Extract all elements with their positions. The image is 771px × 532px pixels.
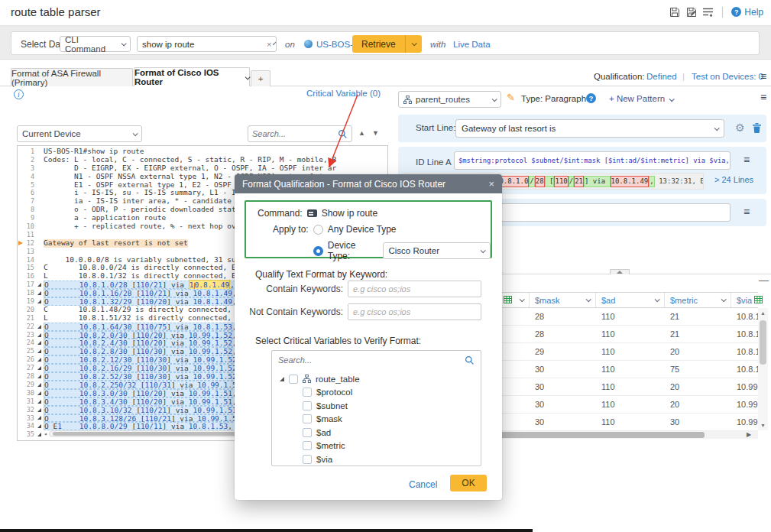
list-settings-icon[interactable]: [702, 6, 714, 18]
collapse-marker-icon[interactable]: [37, 291, 41, 295]
critical-variable-link[interactable]: Critical Variable (0): [289, 89, 381, 98]
tab-asa-firewall[interactable]: Format of ASA Firewall (Primary): [11, 68, 133, 86]
checkbox[interactable]: [303, 455, 312, 464]
tree-item[interactable]: $metric: [280, 440, 481, 453]
tab-cisco-ios-router[interactable]: Format of Cisco IOS Router: [134, 67, 250, 86]
chevron-down-icon[interactable]: [721, 297, 727, 302]
chevron-down-icon[interactable]: [586, 297, 591, 302]
retrieve-dropdown-button[interactable]: [405, 35, 422, 53]
column-header[interactable]: $via: [731, 293, 771, 307]
collapse-marker-icon[interactable]: [37, 358, 41, 362]
info-icon[interactable]: i: [14, 89, 24, 99]
matched-lines-link[interactable]: > 24 Lines: [714, 175, 753, 184]
menu-icon[interactable]: ≡: [760, 71, 766, 82]
collapse-marker-icon[interactable]: [37, 349, 41, 353]
id-line-a-pattern-input[interactable]: $mstring:protocol $subnet/$int:mask [$in…: [454, 151, 731, 170]
menu-icon[interactable]: ≡: [760, 92, 766, 102]
menu-icon[interactable]: ≡: [743, 206, 750, 217]
scroll-right-icon[interactable]: ▶: [747, 431, 751, 438]
collapse-marker-icon[interactable]: [37, 400, 41, 404]
save-as-icon[interactable]: [685, 6, 697, 18]
ok-button[interactable]: OK: [450, 475, 487, 491]
checkbox[interactable]: [303, 388, 312, 397]
checkbox[interactable]: [303, 414, 312, 423]
prev-match-icon[interactable]: ▲: [358, 129, 365, 137]
collapse-marker-icon[interactable]: [37, 424, 41, 428]
chevron-down-icon[interactable]: [274, 42, 277, 45]
chevron-down-icon[interactable]: [655, 297, 660, 302]
chevron-down-icon: [481, 248, 486, 253]
collapse-marker-icon[interactable]: [37, 416, 41, 420]
tree-root-row[interactable]: route_table: [280, 372, 481, 386]
collapse-marker-icon[interactable]: [37, 433, 41, 436]
column-header[interactable]: $ad: [596, 293, 665, 307]
chevron-down-icon[interactable]: [520, 297, 525, 302]
collapse-marker-icon[interactable]: [37, 325, 41, 329]
column-header[interactable]: $mask: [530, 293, 596, 307]
line-number: 25: [18, 347, 34, 355]
data-type-select[interactable]: CLI Command: [60, 36, 131, 52]
checkbox[interactable]: [303, 428, 312, 437]
scroll-down-icon[interactable]: ▼: [758, 420, 768, 430]
new-pattern-button[interactable]: + New Pattern: [609, 94, 673, 103]
next-match-icon[interactable]: ▼: [372, 129, 379, 137]
code-search-input[interactable]: [252, 129, 338, 138]
checkbox[interactable]: [303, 401, 312, 410]
collapse-marker-icon[interactable]: [37, 283, 41, 287]
expander-icon[interactable]: [280, 377, 284, 381]
scroll-up-icon[interactable]: ▲: [758, 308, 768, 318]
tree-item[interactable]: $via: [280, 453, 481, 466]
collapse-handle[interactable]: [610, 269, 630, 274]
save-icon[interactable]: [669, 6, 680, 18]
collapse-marker-icon[interactable]: [37, 408, 41, 412]
menu-icon[interactable]: ≡: [743, 154, 750, 165]
delete-icon[interactable]: [753, 123, 761, 135]
pattern-token: 10.8.1.49: [611, 176, 650, 187]
edit-pattern-icon[interactable]: ✎: [507, 92, 515, 103]
scroll-left-icon[interactable]: ◂: [44, 430, 47, 439]
question-icon[interactable]: ?: [586, 93, 596, 103]
add-tab-button[interactable]: +: [251, 70, 270, 86]
qualification-value[interactable]: Defined: [646, 72, 677, 81]
collapse-marker-icon[interactable]: [37, 391, 41, 395]
live-data-link[interactable]: Live Data: [453, 40, 491, 49]
checkbox[interactable]: [303, 441, 312, 450]
chevron-down-icon[interactable]: [245, 74, 251, 79]
marker-slot: [34, 414, 44, 423]
scrollbar-thumb[interactable]: [760, 320, 766, 365]
collapse-marker-icon[interactable]: [37, 333, 41, 337]
minimize-icon[interactable]: —: [759, 274, 769, 286]
column-header[interactable]: $metric: [665, 293, 731, 307]
tree-item[interactable]: $subnet: [280, 399, 481, 413]
collapse-marker-icon[interactable]: [37, 366, 41, 370]
retrieve-button[interactable]: Retrieve: [352, 35, 405, 53]
collapse-marker-icon[interactable]: [37, 383, 41, 387]
pattern-select[interactable]: parent_routes: [398, 91, 501, 108]
collapse-marker-icon[interactable]: [37, 341, 41, 345]
close-icon[interactable]: ×: [488, 178, 494, 190]
vars-search-input[interactable]: [278, 355, 465, 365]
command-input[interactable]: [138, 40, 264, 49]
current-device-select[interactable]: Current Device: [17, 125, 142, 142]
contain-keywords-input[interactable]: [348, 281, 481, 297]
tree-item[interactable]: $mask: [280, 413, 481, 427]
marker-slot: [34, 264, 44, 272]
collapse-marker-icon[interactable]: [37, 375, 41, 378]
start-line-combo[interactable]: Gateway of last resort is: [455, 119, 724, 138]
help-button[interactable]: ? Help: [731, 7, 763, 18]
tree-item[interactable]: $protocol: [280, 386, 481, 400]
test-on-devices-link[interactable]: Test on Devices: 0: [692, 72, 763, 81]
code-text: O 10.8.2.52/30 [110/30] via 10.99.1.52, …: [44, 372, 264, 381]
any-device-radio[interactable]: [313, 225, 323, 235]
not-contain-keywords-input[interactable]: [348, 303, 481, 320]
device-type-radio[interactable]: [313, 246, 323, 256]
collapse-marker-icon[interactable]: [37, 300, 41, 303]
cancel-button[interactable]: Cancel: [409, 479, 437, 490]
modal-header[interactable]: Format Qualification - Format of Cisco I…: [235, 174, 502, 193]
table-vertical-scrollbar[interactable]: ▲ ▼: [758, 308, 768, 430]
checkbox[interactable]: [289, 375, 298, 384]
chevron-down-icon: [492, 96, 497, 102]
gear-icon[interactable]: ⚙: [735, 122, 745, 133]
tree-item[interactable]: $ad: [280, 426, 481, 440]
device-type-select[interactable]: Cisco Router: [383, 242, 491, 259]
